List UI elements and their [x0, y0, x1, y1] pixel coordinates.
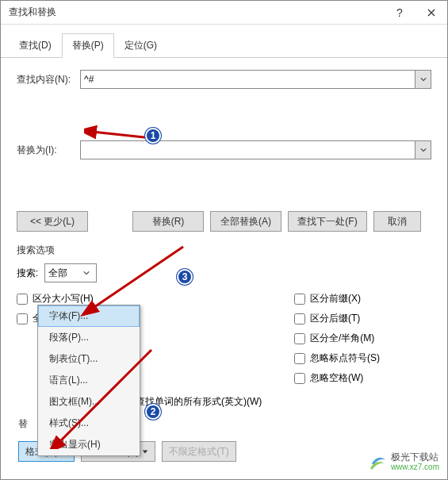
menu-item-frame[interactable]: 图文框(M)... — [38, 391, 140, 413]
tabs: 查找(D) 替换(P) 定位(G) — [1, 29, 447, 58]
replace-button[interactable]: 替换(R) — [132, 211, 204, 232]
find-what-input[interactable] — [80, 70, 431, 89]
suffix-checkbox[interactable] — [294, 313, 305, 324]
find-what-label: 查找内容(N): — [17, 73, 80, 86]
check-fullhalf[interactable]: 区分全/半角(M) — [294, 332, 380, 345]
format-menu-popup: 字体(F)... 段落(P)... 制表位(T)... 语言(L)... 图文框… — [37, 305, 140, 456]
less-button[interactable]: << 更少(L) — [17, 211, 88, 232]
section-replace-label: 替 — [18, 417, 28, 431]
find-what-combo[interactable] — [80, 70, 431, 89]
search-options-label: 搜索选项 — [17, 244, 431, 257]
watermark-url: www.xz7.com — [391, 463, 439, 471]
check-ignore-punc[interactable]: 忽略标点符号(S) — [294, 351, 380, 365]
prefix-checkbox[interactable] — [294, 294, 305, 305]
check-suffix[interactable]: 区分后缀(T) — [294, 312, 380, 325]
check-ignore-space[interactable]: 忽略空格(W) — [294, 371, 380, 385]
help-button[interactable]: ? — [384, 1, 415, 25]
watermark-icon — [369, 452, 388, 471]
menu-item-font[interactable]: 字体(F)... — [38, 305, 140, 327]
chevron-down-icon — [420, 76, 427, 83]
tab-replace[interactable]: 替换(P) — [62, 33, 114, 58]
match-case-checkbox[interactable] — [17, 294, 28, 305]
ignore-space-checkbox[interactable] — [294, 373, 305, 384]
cancel-button[interactable]: 取消 — [373, 211, 421, 232]
ignore-punc-checkbox[interactable] — [294, 353, 305, 364]
window-title: 查找和替换 — [9, 6, 384, 19]
chevron-down-icon — [83, 270, 90, 276]
menu-item-style[interactable]: 样式(S)... — [38, 413, 140, 434]
check-prefix[interactable]: 区分前缀(X) — [294, 292, 380, 305]
search-direction-label: 搜索: — [17, 267, 38, 280]
search-direction-value: 全部 — [48, 267, 80, 280]
titlebar: 查找和替换 ? — [1, 1, 447, 25]
replace-with-combo[interactable] — [80, 140, 431, 159]
tab-find[interactable]: 查找(D) — [9, 33, 62, 58]
fullhalf-checkbox[interactable] — [294, 333, 305, 344]
tab-goto[interactable]: 定位(G) — [114, 33, 167, 58]
no-format-button[interactable]: 不限定格式(T) — [162, 441, 235, 462]
replace-with-label: 替换为(I): — [17, 144, 80, 157]
whole-word-checkbox[interactable] — [17, 313, 28, 324]
menu-item-tabs[interactable]: 制表位(T)... — [38, 348, 140, 370]
close-button[interactable] — [415, 1, 447, 25]
watermark: 极光下载站 www.xz7.com — [369, 452, 439, 471]
find-what-dropdown-button[interactable] — [415, 71, 431, 88]
close-icon — [427, 9, 435, 17]
watermark-text: 极光下载站 — [391, 452, 439, 463]
triangle-down-icon — [142, 448, 148, 455]
chevron-down-icon — [420, 147, 427, 153]
find-next-button[interactable]: 查找下一处(F) — [288, 211, 367, 232]
menu-item-language[interactable]: 语言(L)... — [38, 370, 140, 391]
menu-item-highlight[interactable]: 突出显示(H) — [38, 434, 140, 455]
menu-item-paragraph[interactable]: 段落(P)... — [38, 327, 140, 348]
check-match-case[interactable]: 区分大小写(H) — [17, 292, 294, 305]
replace-with-input[interactable] — [80, 140, 431, 159]
search-direction-select[interactable]: 全部 — [44, 263, 97, 282]
replace-with-dropdown-button[interactable] — [415, 141, 431, 159]
replace-all-button[interactable]: 全部替换(A) — [210, 211, 281, 232]
